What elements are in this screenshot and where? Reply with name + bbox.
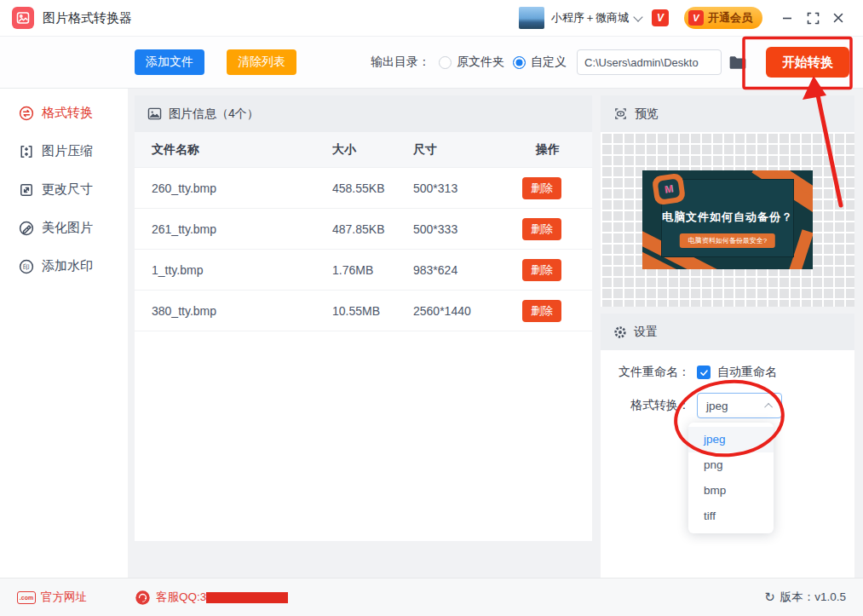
maximize-button[interactable]	[800, 5, 826, 31]
sidebar-item-label: 图片压缩	[42, 143, 93, 159]
app-title: 图片格式转换器	[43, 10, 132, 26]
open-vip-label: 开通会员	[708, 10, 752, 26]
refresh-icon[interactable]: ↻	[764, 590, 775, 605]
sidebar-item-label: 添加水印	[42, 258, 93, 274]
format-dropdown: jpeg png bmp tiff	[688, 423, 774, 533]
table-row: 1_tty.bmp 1.76MB 983*624 删除	[135, 250, 592, 291]
toolbar: 添加文件 清除列表 输出目录： 原文件夹 自定义 开始转换	[0, 36, 863, 89]
table-header-row: 文件名称 大小 尺寸 操作	[135, 132, 592, 168]
resize-icon	[19, 182, 34, 198]
preview-title: 预览	[635, 107, 659, 122]
svg-text:印: 印	[23, 263, 30, 271]
official-site-label: 官方网址	[41, 590, 87, 605]
radio-selected-icon	[513, 56, 526, 69]
gear-icon	[613, 325, 627, 339]
col-header-filename: 文件名称	[135, 142, 332, 158]
support-qq[interactable]: 客服QQ:3	[135, 590, 288, 606]
file-dimensions: 500*333	[413, 222, 522, 236]
table-row: 261_tty.bmp 487.85KB 500*333 删除	[135, 209, 592, 250]
browse-folder-button[interactable]	[728, 55, 747, 71]
account-name[interactable]: 小程序＋微商城	[551, 10, 629, 26]
file-name: 261_tty.bmp	[135, 222, 332, 236]
col-header-dimensions: 尺寸	[413, 142, 522, 158]
table-row: 380_tty.bmp 10.55MB 2560*1440 删除	[135, 291, 592, 331]
start-convert-button[interactable]: 开始转换	[766, 47, 849, 78]
sidebar-item-format-convert[interactable]: 格式转换	[0, 94, 128, 132]
file-size: 1.76MB	[332, 263, 413, 277]
radio-icon	[439, 56, 452, 69]
support-qq-label: 客服QQ:3	[156, 590, 206, 605]
delete-button[interactable]: 删除	[522, 300, 561, 322]
close-button[interactable]	[826, 5, 851, 31]
col-header-size: 大小	[332, 142, 413, 158]
transparency-checkerboard: M 电脑文件如何自动备份？ 电脑资料如何备份最安全?	[601, 132, 854, 307]
radio-custom-folder[interactable]: 自定义	[513, 55, 567, 70]
chevron-up-icon	[764, 402, 773, 411]
output-dir-label: 输出目录：	[371, 55, 430, 70]
checkbox-checked-icon	[697, 366, 711, 379]
radio-custom-label: 自定义	[531, 55, 567, 70]
file-name: 380_tty.bmp	[135, 304, 332, 318]
file-list-header: 图片信息（4个）	[135, 95, 592, 132]
radio-original-folder[interactable]: 原文件夹	[439, 55, 504, 70]
format-select[interactable]: jpeg	[697, 393, 782, 418]
delete-button[interactable]: 删除	[522, 177, 561, 199]
footer: .com 官方网址 客服QQ:3 ↻ 版本：v1.0.5	[0, 578, 863, 616]
panel-gap	[601, 307, 854, 314]
open-vip-button[interactable]: V 开通会员	[684, 7, 762, 29]
sidebar-item-resize[interactable]: 更改尺寸	[0, 170, 128, 209]
sidebar-item-label: 美化图片	[42, 220, 93, 236]
format-option-png[interactable]: png	[688, 452, 774, 478]
settings-header: 设置	[601, 314, 854, 350]
file-dimensions: 500*313	[413, 181, 522, 195]
avatar[interactable]	[519, 7, 544, 29]
preview-eye-icon	[613, 107, 628, 121]
delete-button[interactable]: 删除	[522, 218, 561, 240]
sidebar-item-label: 格式转换	[42, 105, 93, 121]
format-option-tiff[interactable]: tiff	[688, 504, 774, 529]
rename-label: 文件重命名：	[601, 365, 690, 380]
file-dimensions: 983*624	[413, 263, 522, 277]
titlebar-right: 小程序＋微商城 V V 开通会员	[519, 5, 851, 31]
chevron-down-icon[interactable]	[633, 12, 642, 21]
output-path-input[interactable]	[577, 49, 722, 75]
app-logo-icon	[12, 7, 34, 29]
beautify-icon	[19, 221, 34, 236]
main-area: 图片信息（4个） 文件名称 大小 尺寸 操作 260_tty.bmp 458.5…	[128, 89, 863, 578]
window-controls	[774, 5, 851, 31]
file-size: 458.55KB	[332, 181, 413, 195]
clear-list-button[interactable]: 清除列表	[227, 49, 296, 75]
format-option-bmp[interactable]: bmp	[688, 478, 774, 504]
add-files-button[interactable]: 添加文件	[135, 49, 204, 75]
file-name: 260_tty.bmp	[135, 181, 332, 195]
preview-logo: M	[652, 173, 686, 206]
watermark-icon: 印	[19, 259, 34, 274]
auto-rename-checkbox[interactable]: 自动重命名	[690, 365, 777, 380]
preview-image-title: 电脑文件如何自动备份？	[642, 210, 813, 225]
preview-image-badge: 电脑资料如何备份最安全?	[680, 233, 775, 248]
format-option-jpeg[interactable]: jpeg	[688, 427, 774, 452]
file-list-title: 图片信息（4个）	[169, 107, 259, 122]
official-site-link[interactable]: .com 官方网址	[17, 590, 87, 605]
redaction-bar	[206, 592, 288, 603]
sidebar-item-beautify[interactable]: 美化图片	[0, 209, 128, 247]
table-row: 260_tty.bmp 458.55KB 500*313 删除	[135, 168, 592, 209]
vip-badge-icon: V	[652, 9, 669, 26]
image-info-icon	[147, 107, 162, 120]
version-label: 版本：v1.0.5	[780, 590, 846, 605]
settings-title: 设置	[634, 325, 658, 340]
format-select-value: jpeg	[706, 400, 728, 412]
delete-button[interactable]: 删除	[522, 259, 561, 281]
file-size: 10.55MB	[332, 304, 413, 318]
headset-icon	[135, 590, 151, 606]
preview-image: M 电脑文件如何自动备份？ 电脑资料如何备份最安全?	[642, 170, 813, 269]
sidebar-item-image-compress[interactable]: 图片压缩	[0, 132, 128, 170]
file-dimensions: 2560*1440	[413, 304, 522, 318]
image-compress-icon	[19, 144, 34, 159]
sidebar: 格式转换 图片压缩 更改尺寸 美化图片 印 添加水印	[0, 89, 128, 578]
format-convert-icon	[19, 106, 34, 121]
minimize-button[interactable]	[774, 5, 800, 31]
title-bar: 图片格式转换器 小程序＋微商城 V V 开通会员	[0, 0, 863, 36]
sidebar-item-watermark[interactable]: 印 添加水印	[0, 247, 128, 285]
file-name: 1_tty.bmp	[135, 263, 332, 277]
